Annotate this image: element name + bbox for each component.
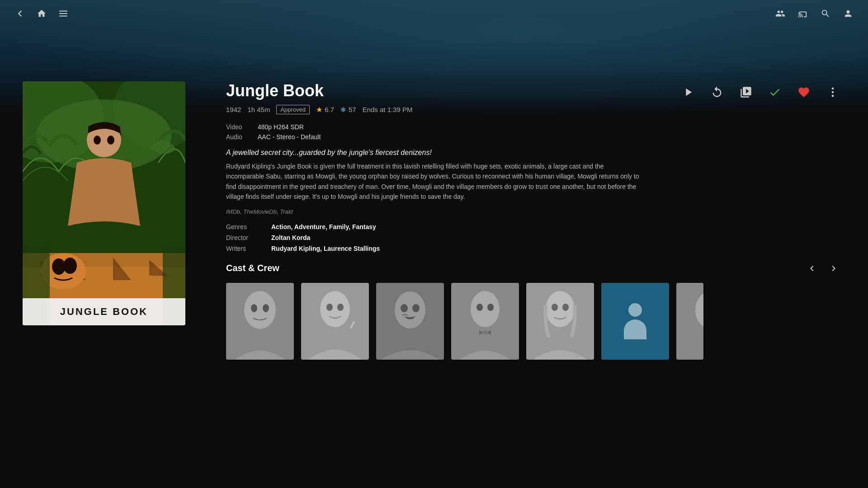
rating-badge: Approved (276, 105, 310, 114)
director-row: Director Zoltan Korda (226, 234, 841, 241)
cast-card-3[interactable] (376, 283, 444, 360)
imdb-rating: ★ 6.7 (316, 105, 334, 114)
cast-next-button[interactable] (826, 261, 841, 276)
poster-image (23, 81, 185, 325)
cast-card-2[interactable] (301, 283, 369, 360)
video-row: Video 480p H264 SDR (226, 123, 841, 131)
movie-year: 1942 (226, 106, 241, 113)
svg-point-21 (244, 291, 276, 329)
audio-label: Audio (226, 133, 253, 141)
director-value: Zoltan Korda (271, 234, 310, 241)
cast-card-4[interactable] (451, 283, 519, 360)
svg-point-33 (471, 291, 500, 327)
snowflake-rating: ❄ 57 (340, 106, 356, 114)
nav-right (774, 7, 854, 20)
search-icon[interactable] (819, 7, 832, 20)
svg-point-35 (487, 304, 494, 311)
cast-prev-button[interactable] (805, 261, 819, 276)
more-button[interactable] (825, 84, 841, 100)
genres-row: Genres Action, Adventure, Family, Fantas… (226, 223, 841, 230)
audio-value: AAC - Stereo - Default (258, 133, 321, 141)
info-section: Jungle Book (190, 81, 868, 488)
sources: IMDb, TheMovieDb, Trakt (226, 208, 841, 215)
director-label: Director (226, 234, 262, 241)
movie-poster: JUNGLE BOOK (23, 81, 185, 325)
genres-label: Genres (226, 223, 262, 230)
svg-point-36 (483, 330, 487, 335)
nav-left (14, 7, 70, 20)
cast-card-5[interactable] (526, 283, 594, 360)
cast-placeholder (601, 283, 669, 360)
movie-tagline: A jewelled secret city...guarded by the … (226, 149, 841, 157)
svg-point-26 (326, 304, 333, 311)
audio-row: Audio AAC - Stereo - Default (226, 133, 841, 141)
poster-section: JUNGLE BOOK (0, 81, 190, 488)
writers-label: Writers (226, 245, 262, 252)
home-button[interactable] (35, 7, 48, 20)
title-row: Jungle Book (226, 81, 841, 100)
svg-point-23 (263, 304, 269, 312)
svg-point-30 (401, 304, 408, 312)
svg-point-38 (546, 291, 575, 327)
cast-card-6[interactable] (601, 283, 669, 360)
video-label: Video (226, 123, 253, 131)
metadata-table: Genres Action, Adventure, Family, Fantas… (226, 223, 841, 252)
svg-point-17 (832, 88, 834, 90)
svg-point-8 (94, 136, 101, 145)
svg-point-34 (476, 304, 483, 311)
cast-title: Cast & Crew (226, 263, 279, 273)
snowflake-icon: ❄ (340, 106, 346, 114)
svg-point-39 (552, 304, 558, 311)
svg-point-31 (412, 304, 420, 312)
cast-section: Cast & Crew (226, 261, 841, 360)
poster-title-bar: JUNGLE BOOK (23, 298, 185, 325)
svg-point-29 (395, 291, 425, 328)
movie-description: Rudyard Kipling's Jungle Book is given t… (226, 161, 642, 202)
writers-value: Rudyard Kipling, Laurence Stallings (271, 245, 380, 252)
cast-icon[interactable] (797, 7, 809, 20)
replay-button[interactable] (709, 84, 725, 100)
svg-point-14 (63, 258, 77, 274)
main-content: JUNGLE BOOK Jungle Book (0, 81, 868, 488)
users-icon[interactable] (774, 7, 787, 20)
watchlist-button[interactable] (767, 84, 783, 100)
meta-row: 1942 1h 45m Approved ★ 6.7 ❄ 57 Ends at … (226, 105, 841, 114)
back-button[interactable] (14, 7, 26, 20)
top-navigation (0, 0, 868, 27)
episodes-button[interactable] (738, 84, 754, 100)
movie-title: Jungle Book (226, 81, 324, 100)
poster-title: JUNGLE BOOK (60, 306, 148, 318)
favorite-button[interactable] (796, 84, 812, 100)
play-button[interactable] (680, 84, 696, 100)
action-buttons (680, 84, 841, 100)
movie-duration: 1h 45m (247, 106, 270, 113)
cast-header: Cast & Crew (226, 261, 841, 276)
genres-value: Action, Adventure, Family, Fantasy (271, 223, 376, 230)
svg-point-9 (107, 136, 114, 145)
cast-card-7[interactable] (676, 283, 703, 360)
star-icon: ★ (316, 105, 322, 114)
writers-row: Writers Rudyard Kipling, Laurence Stalli… (226, 245, 841, 252)
person-silhouette (622, 303, 649, 339)
menu-button[interactable] (57, 7, 70, 20)
svg-point-25 (320, 291, 350, 327)
svg-point-18 (832, 91, 834, 94)
video-value: 480p H264 SDR (258, 123, 304, 131)
cast-card-1[interactable] (226, 283, 294, 360)
profile-icon[interactable] (842, 7, 854, 20)
svg-point-27 (337, 304, 344, 311)
svg-point-22 (251, 304, 257, 312)
cast-scroll (226, 283, 841, 360)
ends-at: Ends at 1:39 PM (363, 106, 413, 113)
cast-navigation (805, 261, 841, 276)
svg-point-40 (562, 304, 569, 311)
svg-point-19 (832, 95, 834, 97)
